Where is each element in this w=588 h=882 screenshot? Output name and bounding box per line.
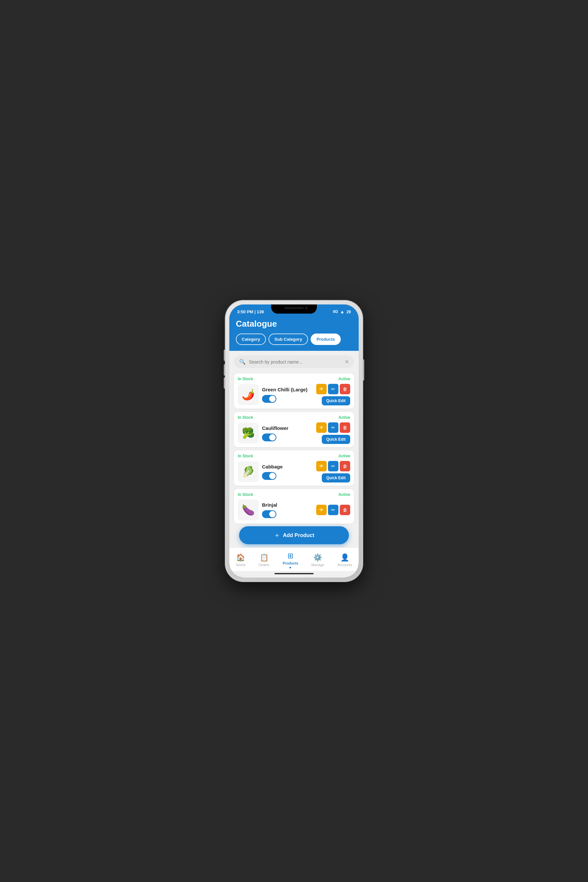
product-card-header: In Stock Active (238, 454, 350, 458)
stock-label: In Stock (238, 492, 253, 497)
view-button[interactable]: 👁 (316, 422, 327, 433)
product-info: Cauliflower (262, 425, 313, 441)
delete-button[interactable]: 🗑 (340, 384, 350, 394)
product-card: In Stock Active 🍆 Brinjal (234, 489, 354, 524)
product-actions-row (262, 472, 313, 480)
stock-label: In Stock (238, 376, 253, 381)
product-info: Green Chilli (Large) (262, 387, 313, 403)
view-button[interactable]: 👁 (316, 505, 327, 515)
phone-frame: 3:50 PM | 139 4G ▲ 29 Catalogue Category… (225, 300, 363, 582)
product-name: Green Chilli (Large) (262, 387, 313, 392)
action-buttons: 👁 ✏ 🗑 (316, 384, 350, 394)
home-indicator (230, 571, 358, 578)
nav-products-label: Products (283, 561, 298, 565)
edit-button[interactable]: ✏ (328, 505, 338, 515)
status-icons: 4G ▲ 29 (333, 309, 351, 314)
product-card: In Stock Active 🌶️ Green Chilli (Large) (234, 374, 354, 409)
search-input[interactable] (249, 359, 341, 364)
product-right: 👁 ✏ 🗑 Quick Edit (316, 422, 350, 444)
nav-orders[interactable]: 📋 Orders (255, 552, 273, 568)
product-card: In Stock Active 🥦 Cauliflower (234, 412, 354, 447)
manage-icon: ⚙️ (313, 554, 322, 562)
tab-group: Category Sub Category Products (236, 333, 352, 345)
tab-sub-category[interactable]: Sub Category (268, 333, 308, 345)
nav-home[interactable]: 🏠 Home (232, 552, 249, 568)
view-button[interactable]: 👁 (316, 384, 327, 394)
product-right: 👁 ✏ 🗑 Quick Edit (316, 461, 350, 483)
nav-home-label: Home (236, 563, 245, 567)
active-label: Active (338, 376, 350, 381)
product-toggle[interactable] (262, 434, 276, 441)
stock-label: In Stock (238, 415, 253, 420)
product-emoji: 🌶️ (242, 388, 255, 401)
tab-category[interactable]: Category (236, 333, 266, 345)
product-emoji: 🍆 (242, 504, 255, 516)
product-right: 👁 ✏ 🗑 (316, 505, 350, 515)
action-buttons: 👁 ✏ 🗑 (316, 461, 350, 471)
product-image: 🍆 (238, 500, 259, 520)
home-bar (274, 573, 314, 574)
status-time: 3:50 PM | 139 (237, 309, 264, 314)
notch (271, 304, 317, 314)
nav-accounts-label: Accounts (338, 563, 352, 567)
edit-button[interactable]: ✏ (328, 422, 338, 433)
product-name: Cauliflower (262, 425, 313, 431)
delete-button[interactable]: 🗑 (340, 505, 350, 515)
product-actions-row (262, 434, 313, 441)
edit-button[interactable]: ✏ (328, 384, 338, 394)
action-buttons: 👁 ✏ 🗑 (316, 422, 350, 433)
product-card-body: 🥬 Cabbage 👁 ✏ (238, 461, 350, 483)
products-list: In Stock Active 🌶️ Green Chilli (Large) (230, 371, 358, 526)
content-area: 🔍 ✕ In Stock Active (230, 351, 358, 548)
product-info: Cabbage (262, 464, 313, 480)
signal-icon: 4G (333, 309, 338, 314)
active-label: Active (338, 415, 350, 420)
nav-manage-label: Manage (311, 563, 324, 567)
nav-accounts[interactable]: 👤 Accounts (334, 552, 356, 568)
search-container: 🔍 ✕ (230, 351, 358, 371)
product-emoji: 🥬 (242, 465, 255, 478)
page-title: Catalogue (236, 319, 352, 329)
product-image: 🌶️ (238, 384, 259, 405)
nav-manage[interactable]: ⚙️ Manage (308, 552, 328, 568)
action-buttons: 👁 ✏ 🗑 (316, 505, 350, 515)
product-card-body: 🌶️ Green Chilli (Large) 👁 (238, 384, 350, 405)
product-card-body: 🍆 Brinjal 👁 ✏ (238, 500, 350, 520)
products-icon: ⊞ (288, 552, 293, 560)
edit-button[interactable]: ✏ (328, 461, 338, 471)
product-name: Cabbage (262, 464, 313, 470)
search-box[interactable]: 🔍 ✕ (234, 356, 354, 368)
product-card: In Stock Active 🥬 Cabbage (234, 450, 354, 486)
header: Catalogue Category Sub Category Products (230, 316, 358, 351)
home-icon: 🏠 (236, 554, 245, 562)
delete-button[interactable]: 🗑 (340, 461, 350, 471)
phone-screen: 3:50 PM | 139 4G ▲ 29 Catalogue Category… (230, 304, 358, 578)
product-actions-row (262, 510, 313, 518)
notch-camera (305, 307, 308, 309)
battery-icon: 29 (346, 309, 351, 314)
product-actions-row (262, 395, 313, 403)
active-label: Active (338, 492, 350, 497)
product-card-header: In Stock Active (238, 415, 350, 420)
view-button[interactable]: 👁 (316, 461, 327, 471)
nav-active-dot (290, 567, 291, 568)
product-name: Brinjal (262, 502, 313, 508)
tab-products[interactable]: Products (310, 333, 341, 345)
product-toggle[interactable] (262, 395, 276, 403)
orders-icon: 📋 (260, 554, 268, 562)
product-toggle[interactable] (262, 510, 276, 518)
quick-edit-button[interactable]: Quick Edit (322, 473, 350, 483)
product-toggle[interactable] (262, 472, 276, 480)
quick-edit-button[interactable]: Quick Edit (322, 396, 350, 405)
nav-products[interactable]: ⊞ Products (279, 550, 302, 570)
add-product-button[interactable]: ＋ Add Product (239, 526, 349, 544)
active-label: Active (338, 454, 350, 458)
product-info: Brinjal (262, 502, 313, 518)
product-right: 👁 ✏ 🗑 Quick Edit (316, 384, 350, 405)
quick-edit-button[interactable]: Quick Edit (322, 435, 350, 444)
delete-button[interactable]: 🗑 (340, 422, 350, 433)
accounts-icon: 👤 (340, 554, 349, 562)
search-clear-icon[interactable]: ✕ (345, 358, 349, 365)
product-card-header: In Stock Active (238, 492, 350, 497)
phone-inner: 3:50 PM | 139 4G ▲ 29 Catalogue Category… (230, 304, 358, 578)
